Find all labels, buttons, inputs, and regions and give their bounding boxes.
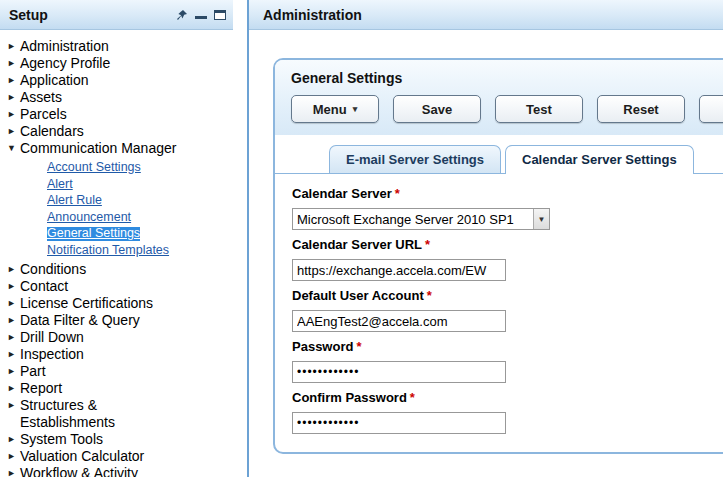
required-asterisk: * <box>425 237 430 252</box>
default-user-account-input[interactable] <box>292 310 506 332</box>
expand-arrow-icon: ► <box>7 123 20 140</box>
sidebar-subitem-announcement[interactable]: Announcement <box>47 211 131 225</box>
required-asterisk: * <box>427 288 432 303</box>
sidebar-item-label: Inspection <box>20 346 84 363</box>
tab-email-server-settings[interactable]: E-mail Server Settings <box>329 145 501 173</box>
general-settings-content: E-mail Server Settings Calendar Server S… <box>275 135 723 434</box>
sidebar-item-communication-manager[interactable]: ▼ Communication Manager <box>7 140 229 157</box>
calendar-server-form: Calendar Server* Microsoft Exchange Serv… <box>275 174 723 434</box>
field-label-text: Confirm Password <box>292 390 407 405</box>
field-label-text: Password <box>292 339 353 354</box>
sidebar-item-data-filter-query[interactable]: ► Data Filter & Query <box>7 312 229 329</box>
sidebar-item-parcels[interactable]: ► Parcels <box>7 106 229 123</box>
sidebar-item-label: Structures & Establishments <box>20 397 188 431</box>
toolbar: Menu ▾ Save Test Reset Help <box>291 95 723 123</box>
administration-title: Administration <box>263 7 362 23</box>
menu-button[interactable]: Menu ▾ <box>291 95 379 123</box>
confirm-password-input[interactable] <box>292 412 506 434</box>
setup-title: Setup <box>9 7 176 23</box>
select-value: Microsoft Exchange Server 2010 SP1 <box>293 212 518 227</box>
sidebar-item-system-tools[interactable]: ► System Tools <box>7 431 229 448</box>
sidebar-item-label: Drill Down <box>20 329 84 346</box>
field-label-text: Calendar Server URL <box>292 237 422 252</box>
sidebar-item-label: Parcels <box>20 106 67 123</box>
sidebar-item-application[interactable]: ► Application <box>7 72 229 89</box>
sidebar-item-report[interactable]: ► Report <box>7 380 229 397</box>
expand-arrow-icon: ► <box>7 329 20 346</box>
expand-arrow-icon: ► <box>7 55 20 72</box>
calendar-server-select[interactable]: Microsoft Exchange Server 2010 SP1 ▼ <box>292 208 550 230</box>
sidebar-item-agency-profile[interactable]: ► Agency Profile <box>7 55 229 72</box>
calendar-server-url-input[interactable] <box>292 259 506 281</box>
sidebar-item-administration[interactable]: ► Administration <box>7 38 229 55</box>
pin-icon[interactable] <box>176 9 188 21</box>
expand-arrow-icon: ► <box>7 278 20 295</box>
sidebar-subitem-account-settings[interactable]: Account Settings <box>47 161 141 175</box>
sidebar-item-assets[interactable]: ► Assets <box>7 89 229 106</box>
help-button[interactable]: Help <box>699 95 723 123</box>
expand-arrow-icon: ► <box>7 431 20 448</box>
sidebar-item-valuation-calculator[interactable]: ► Valuation Calculator <box>7 448 229 465</box>
password-field: Password* <box>292 339 723 383</box>
expand-arrow-icon: ► <box>7 89 20 106</box>
save-button[interactable]: Save <box>393 95 481 123</box>
setup-header: Setup <box>0 0 233 30</box>
setup-tree: ► Administration ► Agency Profile ► Appl… <box>0 30 233 477</box>
calendar-server-label: Calendar Server* <box>292 186 723 202</box>
sidebar-item-label: Report <box>20 380 62 397</box>
reset-button[interactable]: Reset <box>597 95 685 123</box>
sidebar-subitem-alert-rule[interactable]: Alert Rule <box>47 194 102 208</box>
sidebar-subitem-general-settings[interactable]: General Settings <box>47 227 140 241</box>
password-input[interactable] <box>292 361 506 383</box>
sidebar-item-label: Conditions <box>20 261 86 278</box>
test-button[interactable]: Test <box>495 95 583 123</box>
expand-arrow-icon: ► <box>7 448 20 465</box>
dropdown-arrow-icon: ▼ <box>533 209 549 229</box>
default-user-account-field: Default User Account* <box>292 288 723 332</box>
sidebar-item-contact[interactable]: ► Contact <box>7 278 229 295</box>
window-controls <box>176 9 226 21</box>
default-user-account-label: Default User Account* <box>292 288 723 304</box>
general-settings-box: General Settings Menu ▾ Save Test Reset … <box>273 58 723 454</box>
sidebar-item-conditions[interactable]: ► Conditions <box>7 261 229 278</box>
calendar-server-url-label: Calendar Server URL* <box>292 237 723 253</box>
sidebar-item-drill-down[interactable]: ► Drill Down <box>7 329 229 346</box>
sidebar-item-workflow-activity[interactable]: ► Workflow & Activity <box>7 465 229 477</box>
maximize-icon[interactable] <box>214 10 226 20</box>
required-asterisk: * <box>395 186 400 201</box>
sidebar-item-label: Administration <box>20 38 109 55</box>
expand-arrow-icon: ► <box>7 465 20 477</box>
calendar-server-url-field: Calendar Server URL* <box>292 237 723 281</box>
sidebar-item-label: Calendars <box>20 123 84 140</box>
sidebar-item-license-certifications[interactable]: ► License Certifications <box>7 295 229 312</box>
expand-arrow-icon: ► <box>7 106 20 123</box>
tab-calendar-server-settings[interactable]: Calendar Server Settings <box>505 145 694 174</box>
sidebar-item-label: Workflow & Activity <box>20 465 138 477</box>
expand-arrow-icon: ► <box>7 363 20 380</box>
sidebar-item-structures-establishments[interactable]: ► Structures & Establishments <box>7 397 229 431</box>
collapse-arrow-icon: ▼ <box>7 140 20 157</box>
sidebar-item-label: Communication Manager <box>20 140 176 157</box>
sidebar-item-label: Contact <box>20 278 68 295</box>
expand-arrow-icon: ► <box>7 261 20 278</box>
sidebar-item-label: Data Filter & Query <box>20 312 140 329</box>
sidebar-item-part[interactable]: ► Part <box>7 363 229 380</box>
sidebar-item-label: Part <box>20 363 46 380</box>
password-label: Password* <box>292 339 723 355</box>
required-asterisk: * <box>410 390 415 405</box>
confirm-password-label: Confirm Password* <box>292 390 723 406</box>
field-label-text: Calendar Server <box>292 186 392 201</box>
sidebar-subitem-notification-templates[interactable]: Notification Templates <box>47 244 169 258</box>
calendar-server-field: Calendar Server* Microsoft Exchange Serv… <box>292 186 723 230</box>
expand-arrow-icon: ► <box>7 38 20 55</box>
administration-panel: Administration General Settings Menu ▾ S… <box>247 0 723 477</box>
sidebar-item-inspection[interactable]: ► Inspection <box>7 346 229 363</box>
administration-body: General Settings Menu ▾ Save Test Reset … <box>249 30 723 477</box>
minimize-icon[interactable] <box>195 10 207 19</box>
sidebar-item-label: Application <box>20 72 89 89</box>
expand-arrow-icon: ► <box>7 312 20 329</box>
sidebar-subitem-alert[interactable]: Alert <box>47 178 73 192</box>
sidebar-item-label: Agency Profile <box>20 55 110 72</box>
field-label-text: Default User Account <box>292 288 424 303</box>
sidebar-item-calendars[interactable]: ► Calendars <box>7 123 229 140</box>
